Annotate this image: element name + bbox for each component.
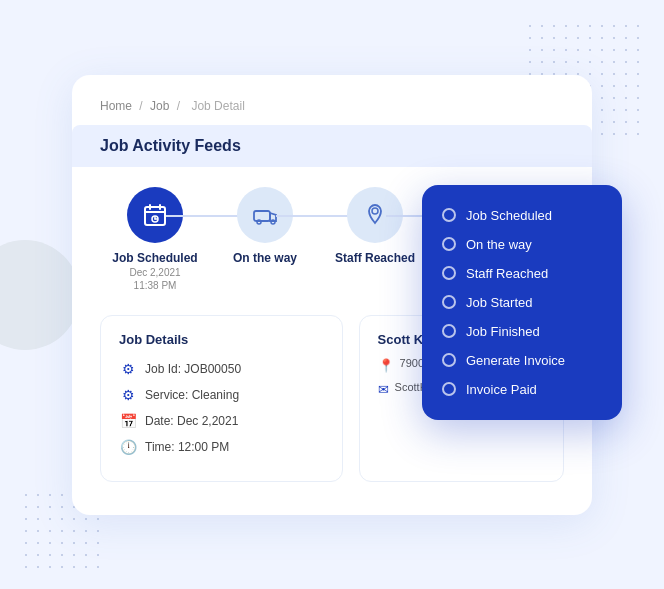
svg-point-9: [271, 220, 275, 224]
detail-date: 📅 Date: Dec 2,2021: [119, 413, 324, 429]
dropdown-dot-job-scheduled: [442, 208, 456, 222]
detail-time: 🕛 Time: 12:00 PM: [119, 439, 324, 455]
breadcrumb-current: Job Detail: [191, 99, 244, 113]
detail-service: ⚙ Service: Cleaning: [119, 387, 324, 403]
gear-icon-service: ⚙: [119, 387, 137, 403]
email-icon-client: ✉: [378, 382, 389, 397]
step-label-job-scheduled: Job Scheduled: [112, 251, 197, 265]
dropdown-dot-staff-reached: [442, 266, 456, 280]
step-job-scheduled[interactable]: Job Scheduled Dec 2,2021 11:38 PM: [100, 187, 210, 291]
calendar-icon-date: 📅: [119, 413, 137, 429]
breadcrumb-home[interactable]: Home: [100, 99, 132, 113]
detail-job-id: ⚙ Job Id: JOB00050: [119, 361, 324, 377]
step-label-on-the-way: On the way: [233, 251, 297, 265]
dropdown-item-invoice-paid[interactable]: Invoice Paid: [442, 375, 602, 404]
location-icon-client: 📍: [378, 358, 394, 373]
step-on-the-way[interactable]: On the way: [210, 187, 320, 265]
svg-point-8: [257, 220, 261, 224]
main-card: Home / Job / Job Detail Job Activity Fee…: [72, 75, 592, 515]
svg-rect-7: [254, 211, 270, 221]
dropdown-dot-job-started: [442, 295, 456, 309]
job-details-card: Job Details ⚙ Job Id: JOB00050 ⚙ Service…: [100, 315, 343, 482]
breadcrumb: Home / Job / Job Detail: [100, 99, 564, 113]
step-icon-staff-reached: [347, 187, 403, 243]
dropdown-item-generate-invoice[interactable]: Generate Invoice: [442, 346, 602, 375]
svg-point-10: [372, 208, 378, 214]
dropdown-item-job-finished[interactable]: Job Finished: [442, 317, 602, 346]
step-icon-job-scheduled: [127, 187, 183, 243]
step-date-job-scheduled: Dec 2,2021: [129, 267, 180, 278]
step-time-job-scheduled: 11:38 PM: [134, 280, 177, 291]
step-icon-on-the-way: [237, 187, 293, 243]
dropdown-dot-generate-invoice: [442, 353, 456, 367]
clock-icon-time: 🕛: [119, 439, 137, 455]
dropdown-dot-on-the-way: [442, 237, 456, 251]
dropdown-dot-invoice-paid: [442, 382, 456, 396]
job-details-title: Job Details: [119, 332, 324, 347]
status-dropdown[interactable]: Job Scheduled On the way Staff Reached J…: [422, 185, 622, 420]
section-title: Job Activity Feeds: [72, 125, 592, 167]
dropdown-item-job-scheduled[interactable]: Job Scheduled: [442, 201, 602, 230]
dropdown-dot-job-finished: [442, 324, 456, 338]
step-staff-reached[interactable]: Staff Reached: [320, 187, 430, 265]
dropdown-item-job-started[interactable]: Job Started: [442, 288, 602, 317]
gear-icon-job-id: ⚙: [119, 361, 137, 377]
circle-decoration: [0, 240, 80, 350]
breadcrumb-job[interactable]: Job: [150, 99, 169, 113]
dropdown-item-on-the-way[interactable]: On the way: [442, 230, 602, 259]
dropdown-item-staff-reached[interactable]: Staff Reached: [442, 259, 602, 288]
step-label-staff-reached: Staff Reached: [335, 251, 415, 265]
